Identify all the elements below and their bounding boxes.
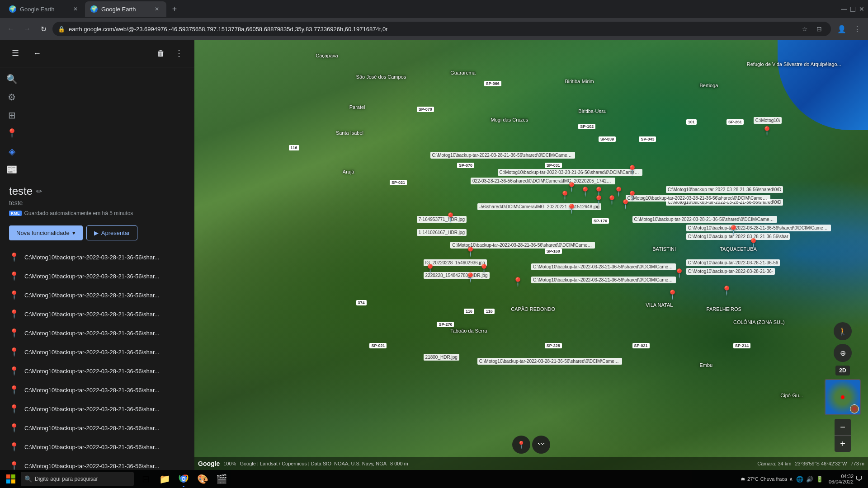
location-sidebar-button[interactable]: 📍 bbox=[4, 125, 20, 141]
map-label-17: SP-261 bbox=[726, 117, 744, 125]
search-sidebar-button[interactable]: 🔍 bbox=[4, 71, 20, 87]
place-pin-icon: 📍 bbox=[9, 309, 19, 319]
file-explorer-app[interactable]: 📁 bbox=[156, 470, 174, 488]
map-label-12: SP-070 bbox=[417, 104, 434, 113]
split-view-icon[interactable]: ⊟ bbox=[813, 23, 826, 35]
map-pin-13[interactable]: 📍 bbox=[465, 246, 476, 257]
layers-sidebar-button[interactable]: ⊞ bbox=[4, 107, 20, 123]
address-bar[interactable]: 🔒 earth.google.com/web/@-23.6994976,-46.… bbox=[52, 22, 831, 36]
tab-1-close[interactable]: ✕ bbox=[71, 5, 80, 13]
back-sidebar-button[interactable]: ← bbox=[29, 45, 45, 61]
place-item-3[interactable]: 📍 C:\Motog10\backup-tar-2022-03-28-21-36… bbox=[0, 305, 194, 324]
place-item-0[interactable]: 📍 C:\Motog10\backup-tar-2022-03-28-21-36… bbox=[0, 248, 194, 267]
map-label-1: São José dos Campos bbox=[356, 74, 406, 80]
place-name-text: C:\Motog10\backup-tar-2022-03-28-21-36-5… bbox=[24, 387, 159, 394]
minimize-button[interactable]: ─ bbox=[841, 5, 847, 14]
taskbar-time[interactable]: 04:32 06/04/2022 bbox=[829, 474, 854, 484]
map-pin-label-7: C:\Motog10\backup-tar-2022-03-28-21-36-5… bbox=[632, 216, 777, 223]
map-pin-label-12: C:\Motog10\backup-tar-2022-03-28-21-36-5… bbox=[531, 263, 676, 270]
map-pin-12[interactable]: 📍 bbox=[445, 212, 456, 223]
notifications-button[interactable]: 🗨 bbox=[855, 475, 863, 483]
map-pin-22[interactable]: 📍 bbox=[728, 225, 739, 235]
camera-distance: Câmara: 34 km bbox=[757, 461, 791, 466]
url-display: earth.google.com/web/@-23.6994976,-46.59… bbox=[69, 26, 795, 33]
arrow-up-icon[interactable]: ∧ bbox=[789, 476, 793, 483]
map-pin-21[interactable]: 📍 bbox=[748, 238, 759, 249]
map-pin-label-9: 1-141026167_HDR.jpg bbox=[417, 229, 467, 236]
place-item-9[interactable]: 📍 C:\Motog10\backup-tar-2022-03-28-21-36… bbox=[0, 418, 194, 437]
place-item-2[interactable]: 📍 C:\Motog10\backup-tar-2022-03-28-21-36… bbox=[0, 286, 194, 305]
person-icon-button[interactable]: 🚶 bbox=[834, 322, 852, 340]
tab-2-close[interactable]: ✕ bbox=[153, 5, 161, 13]
map-pin-9[interactable]: 📍 bbox=[606, 195, 618, 206]
placemark-tool-button[interactable]: 📍 bbox=[512, 436, 530, 454]
date-display: 06/04/2022 bbox=[829, 479, 854, 484]
user-icon[interactable]: 👤 bbox=[835, 22, 849, 36]
map-pin-11[interactable]: 📍 bbox=[566, 203, 577, 214]
map-pin-17[interactable]: 📍 bbox=[512, 277, 524, 287]
map-pin-18[interactable]: 📍 bbox=[721, 285, 732, 296]
map-pin-label-2: 022-03-28-21-36-56\shared\0\DCIM\Camera\… bbox=[471, 178, 615, 184]
toolbar-actions: 👤 ⋮ bbox=[835, 22, 864, 36]
delete-button[interactable]: 🗑 bbox=[153, 45, 169, 61]
windows-start-button[interactable] bbox=[2, 470, 20, 488]
view-2d-button[interactable]: 2D bbox=[835, 366, 849, 375]
settings-sidebar-button[interactable]: ⚙ bbox=[4, 89, 20, 105]
bookmark-icon[interactable]: ☆ bbox=[798, 23, 811, 35]
map-area[interactable]: CaçapavaSão José dos CamposGuararemaBiri… bbox=[194, 40, 868, 470]
map-pin-4[interactable]: 📍 bbox=[559, 190, 571, 201]
place-name-text: C:\Motog10\backup-tar-2022-03-28-21-36-5… bbox=[24, 273, 159, 280]
close-window-button[interactable]: ✕ bbox=[859, 5, 864, 13]
place-item-7[interactable]: 📍 C:\Motog10\backup-tar-2022-03-28-21-36… bbox=[0, 380, 194, 399]
minimap[interactable] bbox=[825, 379, 861, 415]
map-scale-text: 8 000 m bbox=[390, 461, 408, 466]
back-button[interactable]: ← bbox=[4, 22, 18, 36]
map-pin-1[interactable]: 📍 bbox=[627, 164, 638, 175]
new-tab-button[interactable]: + bbox=[168, 3, 181, 15]
more-options-sidebar-button[interactable]: ⋮ bbox=[171, 45, 187, 61]
network-icon[interactable]: 🌐 bbox=[796, 476, 803, 483]
google-logo: Google bbox=[198, 460, 220, 467]
kml-badge: KML bbox=[9, 211, 22, 216]
chrome-app[interactable] bbox=[175, 470, 193, 488]
taskbar-search-box[interactable]: 🔍 Digite aqui para pesquisar bbox=[21, 472, 134, 486]
place-item-1[interactable]: 📍 C:\Motog10\backup-tar-2022-03-28-21-36… bbox=[0, 267, 194, 286]
map-pin-16[interactable]: 📍 bbox=[465, 272, 476, 283]
new-feature-button[interactable]: Nova funcionalidade ▾ bbox=[9, 225, 83, 240]
hamburger-menu-button[interactable]: ☰ bbox=[7, 45, 24, 61]
place-item-8[interactable]: 📍 C:\Motog10\backup-tar-2022-03-28-21-36… bbox=[0, 399, 194, 418]
paint-app[interactable]: 🎨 bbox=[193, 470, 212, 488]
project-name: teste ✏ bbox=[9, 185, 185, 197]
map-pin-14[interactable]: 📍 bbox=[478, 263, 490, 274]
maximize-button[interactable]: □ bbox=[850, 5, 855, 14]
measure-tool-button[interactable]: 〰 bbox=[532, 436, 550, 454]
map-pin-3[interactable]: 📍 bbox=[580, 186, 591, 197]
place-item-6[interactable]: 📍 C:\Motog10\backup-tar-2022-03-28-21-36… bbox=[0, 361, 194, 380]
more-options-icon[interactable]: ⋮ bbox=[850, 22, 864, 36]
video-app[interactable]: 🎬 bbox=[212, 470, 231, 488]
taskview-button[interactable]: ⊟ bbox=[137, 470, 155, 488]
map-pin-0[interactable]: 📍 bbox=[761, 126, 773, 136]
map-pin-10[interactable]: 📍 bbox=[620, 199, 631, 210]
speaker-icon[interactable]: 🔊 bbox=[806, 476, 813, 483]
reload-button[interactable]: ↻ bbox=[36, 22, 51, 36]
zoom-out-button[interactable]: − bbox=[835, 419, 851, 435]
forward-button[interactable]: → bbox=[20, 22, 34, 36]
present-button[interactable]: ▶ Apresentar bbox=[86, 225, 138, 240]
timeline-sidebar-button[interactable]: 📰 bbox=[4, 161, 20, 178]
projects-sidebar-button[interactable]: ◈ bbox=[4, 143, 20, 160]
map-pin-15[interactable]: 📍 bbox=[425, 263, 436, 274]
place-name-text: C:\Motog10\backup-tar-2022-03-28-21-36-5… bbox=[24, 463, 159, 469]
zoom-in-button[interactable]: + bbox=[835, 436, 851, 452]
place-item-11[interactable]: 📍 C:\Motog10\backup-tar-2022-03-28-21-36… bbox=[0, 456, 194, 470]
map-pin-19[interactable]: 📍 bbox=[674, 268, 685, 279]
place-item-10[interactable]: 📍 C:\Motog10\backup-tar-2022-03-28-21-36… bbox=[0, 437, 194, 456]
map-pin-20[interactable]: 📍 bbox=[667, 289, 678, 300]
location-target-button[interactable]: ⊕ bbox=[834, 344, 852, 362]
map-pin-8[interactable]: 📍 bbox=[593, 195, 604, 206]
edit-name-icon[interactable]: ✏ bbox=[36, 187, 42, 196]
place-item-5[interactable]: 📍 C:\Motog10\backup-tar-2022-03-28-21-36… bbox=[0, 343, 194, 361]
tab-2[interactable]: 🌍 Google Earth ✕ bbox=[85, 1, 166, 17]
place-item-4[interactable]: 📍 C:\Motog10\backup-tar-2022-03-28-21-36… bbox=[0, 324, 194, 343]
tab-1[interactable]: 🌍 Google Earth ✕ bbox=[4, 1, 85, 17]
